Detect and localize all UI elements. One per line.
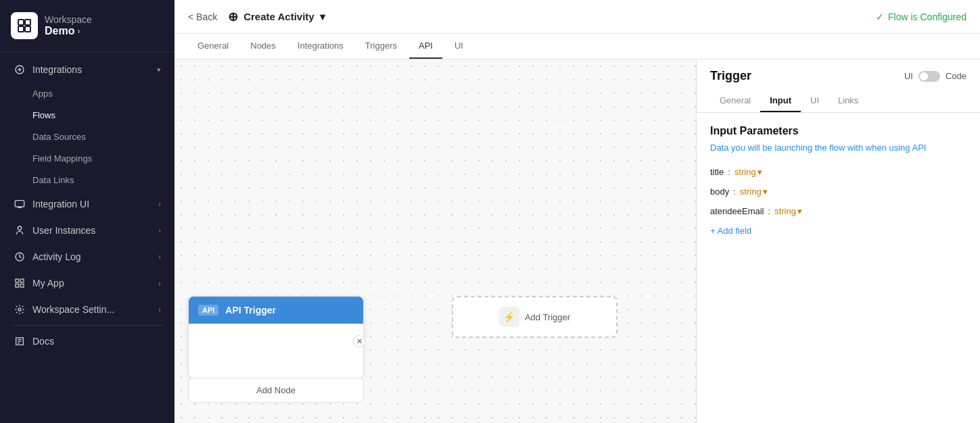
api-trigger-header: API API Trigger bbox=[189, 297, 363, 324]
tab-ui[interactable]: UI bbox=[445, 34, 473, 59]
toggle-switch[interactable] bbox=[918, 71, 940, 82]
input-parameters-title: Input Parameters bbox=[710, 125, 966, 137]
user-icon bbox=[14, 224, 26, 237]
create-activity-chevron-icon: ▾ bbox=[320, 11, 325, 23]
sidebar-item-user-instances[interactable]: User Instances › bbox=[3, 218, 172, 243]
workspace-logo[interactable]: Workspace Demo › bbox=[0, 0, 174, 52]
panel-tab-input[interactable]: Input bbox=[760, 90, 801, 112]
panel-tab-links[interactable]: Links bbox=[829, 90, 868, 112]
sidebar-item-data-links[interactable]: Data Links bbox=[3, 170, 172, 191]
svg-point-16 bbox=[18, 308, 21, 311]
flow-configured-status: ✓ Flow is Configured bbox=[876, 11, 966, 22]
workspace-name: Demo › bbox=[45, 25, 92, 37]
workspace-settings-label: Workspace Settin... bbox=[32, 304, 151, 315]
param-name-title: title bbox=[710, 167, 724, 177]
param-type-chevron-body: ▾ bbox=[763, 186, 768, 197]
sidebar-item-integrations[interactable]: Integrations ▾ bbox=[3, 57, 172, 82]
svg-rect-14 bbox=[16, 284, 19, 287]
input-parameters-description: Data you will be launching the flow with… bbox=[710, 141, 966, 155]
canvas[interactable]: API API Trigger ✕ ⚡ Add Trigger Add Node… bbox=[174, 59, 696, 423]
api-trigger-node[interactable]: API API Trigger bbox=[188, 296, 364, 378]
sidebar-item-docs[interactable]: Docs bbox=[3, 328, 172, 354]
close-icon[interactable]: ✕ bbox=[353, 335, 365, 347]
tabs-bar: General Nodes Integrations Triggers API … bbox=[174, 34, 980, 59]
add-trigger-card[interactable]: ⚡ Add Trigger bbox=[452, 296, 617, 338]
plus-circle-icon bbox=[14, 64, 26, 76]
sidebar-item-field-mappings[interactable]: Field Mappings bbox=[3, 148, 172, 169]
sidebar-item-activity-log[interactable]: Activity Log › bbox=[3, 244, 172, 270]
integration-ui-label: Integration UI bbox=[32, 199, 151, 209]
main-content: < Back ⊕ Create Activity ▾ ✓ Flow is Con… bbox=[174, 0, 980, 423]
param-colon-atendee-email: : bbox=[768, 206, 771, 216]
back-button[interactable]: < Back bbox=[188, 11, 217, 22]
add-field-button[interactable]: + Add field bbox=[710, 226, 966, 236]
ui-code-toggle[interactable]: UI Code bbox=[904, 71, 966, 82]
sidebar-item-flows[interactable]: Flows bbox=[3, 105, 172, 126]
svg-rect-15 bbox=[20, 284, 24, 287]
settings-icon bbox=[14, 303, 26, 316]
sidebar-item-data-sources[interactable]: Data Sources bbox=[3, 126, 172, 147]
svg-rect-0 bbox=[18, 20, 24, 25]
tab-triggers[interactable]: Triggers bbox=[356, 34, 406, 59]
tab-general[interactable]: General bbox=[188, 34, 238, 59]
create-activity-button[interactable]: ⊕ Create Activity ▾ bbox=[228, 9, 325, 24]
svg-point-10 bbox=[18, 226, 21, 230]
flow-configured-label: Flow is Configured bbox=[888, 11, 966, 22]
my-app-label: My App bbox=[32, 278, 151, 289]
api-trigger-label: API Trigger bbox=[225, 305, 276, 316]
svg-rect-13 bbox=[20, 279, 24, 282]
param-type-chevron-title: ▾ bbox=[757, 167, 762, 177]
integrations-chevron-icon: ▾ bbox=[157, 66, 161, 74]
api-badge: API bbox=[198, 305, 218, 316]
check-icon: ✓ bbox=[876, 11, 884, 22]
user-instances-chevron-icon: › bbox=[158, 226, 161, 234]
toggle-ui-label: UI bbox=[904, 71, 913, 81]
toggle-code-label: Code bbox=[946, 71, 966, 81]
panel-body: Input Parameters Data you will be launch… bbox=[697, 113, 980, 423]
docs-label: Docs bbox=[32, 336, 161, 347]
tab-api[interactable]: API bbox=[409, 34, 442, 59]
monitor-icon bbox=[14, 198, 26, 210]
tab-nodes[interactable]: Nodes bbox=[241, 34, 285, 59]
my-app-chevron-icon: › bbox=[158, 279, 161, 287]
book-icon bbox=[14, 335, 26, 347]
sidebar-section-integrations: Integrations ▾ Apps Flows Data Sources F… bbox=[0, 52, 174, 359]
param-type-title[interactable]: string ▾ bbox=[734, 167, 762, 177]
param-name-atendee-email: atendeeEmail bbox=[710, 206, 764, 216]
workspace-settings-chevron-icon: › bbox=[158, 305, 161, 314]
api-trigger-body bbox=[189, 324, 363, 378]
sidebar: Workspace Demo › Integrations ▾ Apps Flo… bbox=[0, 0, 174, 423]
grid-icon bbox=[14, 277, 26, 289]
workspace-label: Workspace bbox=[45, 14, 92, 25]
workspace-chevron-icon: › bbox=[77, 26, 80, 36]
svg-rect-12 bbox=[16, 279, 19, 282]
lightning-icon: ⚡ bbox=[499, 307, 519, 327]
right-panel-header: Trigger UI Code General Input UI Links bbox=[697, 59, 980, 113]
add-node-button[interactable]: Add Node bbox=[188, 378, 364, 403]
create-activity-icon: ⊕ bbox=[228, 9, 238, 24]
logo-icon bbox=[11, 12, 38, 39]
param-name-body: body bbox=[710, 186, 729, 197]
sidebar-item-workspace-settings[interactable]: Workspace Settin... › bbox=[3, 297, 172, 322]
sidebar-item-apps[interactable]: Apps bbox=[3, 83, 172, 104]
panel-tabs: General Input UI Links bbox=[710, 90, 966, 112]
param-colon-title: : bbox=[728, 167, 730, 177]
activity-icon bbox=[14, 251, 26, 263]
right-panel-title: Trigger bbox=[710, 69, 751, 83]
toggle-knob bbox=[920, 72, 928, 80]
create-activity-label: Create Activity bbox=[243, 11, 314, 22]
sidebar-item-integration-ui[interactable]: Integration UI › bbox=[3, 191, 172, 217]
svg-rect-3 bbox=[25, 26, 30, 32]
sidebar-item-my-app[interactable]: My App › bbox=[3, 270, 172, 296]
param-type-atendee-email[interactable]: string ▾ bbox=[774, 206, 802, 216]
svg-rect-7 bbox=[15, 201, 24, 207]
param-type-chevron-atendee-email: ▾ bbox=[797, 206, 802, 216]
activity-log-chevron-icon: › bbox=[158, 253, 161, 261]
integrations-label: Integrations bbox=[32, 64, 150, 75]
panel-tab-ui[interactable]: UI bbox=[801, 90, 829, 112]
integration-ui-chevron-icon: › bbox=[158, 200, 161, 208]
param-type-body[interactable]: string ▾ bbox=[740, 186, 768, 197]
svg-rect-2 bbox=[18, 26, 24, 32]
panel-tab-general[interactable]: General bbox=[710, 90, 760, 112]
tab-integrations[interactable]: Integrations bbox=[288, 34, 353, 59]
